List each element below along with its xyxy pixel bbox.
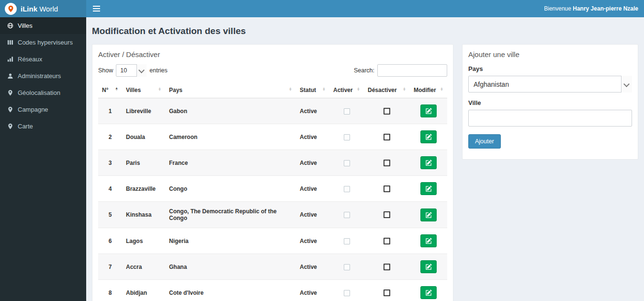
activer-checkbox[interactable] [344,264,350,270]
sidebar-item-label: Réseaux [18,56,42,63]
activer-checkbox[interactable] [344,186,350,192]
statut-cell: Active [296,176,329,202]
row-number: 6 [98,228,122,254]
edit-icon [426,289,432,296]
edit-icon [426,264,432,270]
map-marker-icon [7,123,13,129]
modifier-button[interactable] [420,156,437,169]
search-input[interactable] [377,64,447,77]
pays-cell: Cameroon [165,124,296,150]
sort-icon: ▲▼ [322,87,326,92]
column-header-desactiver[interactable]: Désactiver▲▼ [364,82,410,98]
pays-select[interactable]: Afghanistan [468,76,632,93]
page-title: Modification et Activation des villes [92,26,638,36]
ville-label: Ville [468,99,632,106]
sort-icon: ▲▼ [115,87,118,92]
modifier-button[interactable] [420,130,437,143]
row-number: 7 [98,254,122,280]
entries-label: entries [149,67,168,74]
sort-icon: ▲▼ [403,87,406,92]
desactiver-checkbox[interactable] [384,160,390,166]
modifier-button[interactable] [420,286,437,299]
activer-checkbox[interactable] [344,160,350,166]
row-number: 5 [98,202,122,228]
row-number: 8 [98,280,122,301]
modifier-button[interactable] [420,260,437,273]
page-length-select[interactable]: 10 [116,64,147,77]
table-row: 3 Paris France Active [98,150,447,176]
ville-cell: Lagos [122,228,165,254]
ville-cell: Accra [122,254,165,280]
activer-checkbox[interactable] [344,134,350,140]
ville-cell: Abidjan [122,280,165,301]
desactiver-checkbox[interactable] [384,134,390,140]
edit-icon [426,160,432,166]
row-number: 3 [98,150,122,176]
activer-checkbox[interactable] [344,238,350,244]
pays-cell: Gabon [165,98,296,124]
sidebar-item-geolocalisation[interactable]: Géolocalisation [0,84,86,101]
welcome-text: Bienvenue Hanry Jean-pierre Nzale [544,5,644,12]
row-number: 4 [98,176,122,202]
villes-table-panel: Activer / Désactiver Show 10 entries Sea… [92,44,453,301]
add-ville-panel: Ajouter une ville Pays Afghanistan Ville… [462,44,638,160]
statut-cell: Active [296,280,329,301]
edit-icon [426,134,432,140]
column-header-villes[interactable]: Villes▲▼ [122,82,165,98]
statut-cell: Active [296,150,329,176]
ville-input[interactable] [468,110,632,127]
ville-cell: Douala [122,124,165,150]
edit-icon [426,185,432,192]
modifier-button[interactable] [420,234,437,247]
sidebar-item-campagne[interactable]: Campagne [0,101,86,118]
pays-cell: Cote d'Ivoire [165,280,296,301]
column-header-pays[interactable]: Pays▲▼ [165,82,296,98]
table-row: 7 Accra Ghana Active [98,254,447,280]
top-navbar: iLink World Bienvenue Hanry Jean-pierre … [0,0,644,17]
edit-icon [426,238,432,244]
column-header-statut[interactable]: Statut▲▼ [296,82,329,98]
sidebar-item-carte[interactable]: Carte [0,118,86,135]
desactiver-checkbox[interactable] [384,238,390,244]
sidebar-item-administrateurs[interactable]: Administrateurs [0,68,86,84]
statut-cell: Active [296,98,329,124]
column-header-activer[interactable]: Activer▲▼ [329,82,364,98]
sidebar-item-codes-hyperviseurs[interactable]: Codes hyperviseurs [0,34,86,51]
desactiver-checkbox[interactable] [384,264,390,270]
sidebar-item-label: Villes [18,22,33,29]
sidebar: Villes Codes hyperviseurs Réseaux Admini… [0,17,86,301]
column-header-num[interactable]: N°▲▼ [98,82,122,98]
pays-cell: Ghana [165,254,296,280]
sidebar-item-reseaux[interactable]: Réseaux [0,51,86,68]
pays-cell: Congo [165,176,296,202]
modifier-button[interactable] [420,208,437,221]
activer-checkbox[interactable] [344,290,350,296]
sidebar-item-label: Campagne [18,106,48,113]
table-row: 6 Lagos Nigeria Active [98,228,447,254]
table-row: 1 Libreville Gabon Active [98,98,447,124]
table-length-control: Show 10 entries [98,64,168,77]
modifier-button[interactable] [420,104,437,117]
edit-icon [426,108,432,114]
desactiver-checkbox[interactable] [384,108,390,115]
ajouter-button[interactable]: Ajouter [468,134,501,149]
main-content: Modification et Activation des villes Ac… [86,17,644,301]
brand[interactable]: iLink World [0,0,86,17]
sidebar-toggle-icon[interactable] [86,1,107,16]
pays-cell: Nigeria [165,228,296,254]
sidebar-item-label: Administrateurs [18,72,61,80]
desactiver-checkbox[interactable] [384,211,390,218]
activer-checkbox[interactable] [344,108,350,115]
search-label: Search: [354,67,374,74]
desactiver-checkbox[interactable] [384,289,390,296]
row-number: 2 [98,124,122,150]
statut-cell: Active [296,124,329,150]
add-panel-title: Ajouter une ville [468,50,632,58]
activer-checkbox[interactable] [344,212,350,218]
sidebar-item-villes[interactable]: Villes [0,17,86,34]
column-header-modifier[interactable]: Modifier▲▼ [410,82,447,98]
sort-icon: ▲▼ [440,87,443,92]
desactiver-checkbox[interactable] [384,185,390,192]
map-marker-icon [7,106,13,113]
modifier-button[interactable] [420,182,437,195]
